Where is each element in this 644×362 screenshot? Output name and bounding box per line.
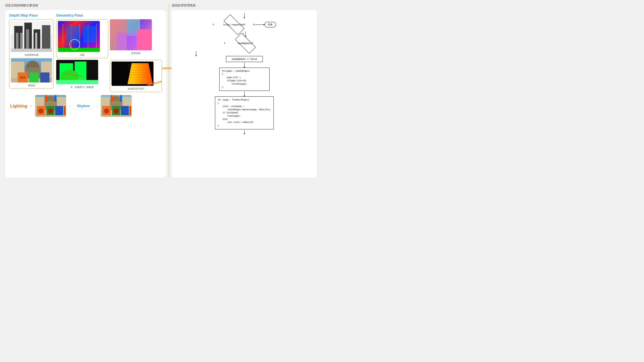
arrow-down4 bbox=[244, 91, 244, 96]
need-update-row: N needUpdate? bbox=[224, 37, 264, 49]
y-arrow-down2 bbox=[196, 51, 196, 55]
panel-divider bbox=[168, 3, 169, 178]
need-update-diamond: needUpdate? bbox=[228, 37, 263, 49]
start-arrow bbox=[244, 13, 244, 17]
metallic-label: R：金属度 G：粗糙度 bbox=[56, 86, 108, 89]
normals-label: 法线 bbox=[58, 53, 106, 56]
skybox-arrow: → bbox=[96, 104, 99, 108]
need-update-false-box: needUpdate = false bbox=[226, 56, 263, 62]
world-label: 世界坐标 bbox=[110, 52, 162, 55]
normals-image bbox=[58, 21, 100, 52]
y-arrow-down1 bbox=[246, 32, 246, 36]
right-panel-title: 虚拟纹理管理线程 bbox=[172, 3, 317, 7]
vt-id-image bbox=[112, 61, 154, 86]
world-coords-image bbox=[110, 19, 152, 50]
depth-label: 光源视角深度 bbox=[11, 53, 52, 56]
stop-diamond: !stop_requested? bbox=[216, 19, 252, 30]
stop-requested-row: N !stop_requested? N 结束 bbox=[213, 19, 276, 30]
vt-label: 虚拟纹理分页ID bbox=[112, 87, 160, 90]
metallic-container: R：金属度 G：粗糙度 bbox=[56, 60, 108, 92]
metallic-image bbox=[56, 60, 98, 84]
n-label-left: N bbox=[213, 23, 214, 26]
n-arrow-line bbox=[255, 24, 264, 25]
return-arrow bbox=[244, 130, 244, 133]
left-panel-title: 渲染主线程每帧主要流程 bbox=[5, 3, 166, 7]
n-label-need: N bbox=[224, 42, 225, 44]
depth-map-title: Depth Map Pass bbox=[9, 13, 54, 17]
n-to-end-row: N 结束 bbox=[253, 22, 276, 27]
to-skybox-arrow: → bbox=[68, 104, 71, 108]
loop2-code-box: for (page : feedbackPages) { [iter, unlo… bbox=[215, 96, 274, 129]
skybox-label: Skybox bbox=[73, 103, 94, 109]
end-label: 结束 bbox=[264, 22, 276, 27]
depth-image bbox=[11, 21, 52, 52]
lighting-label: Lighting bbox=[10, 103, 27, 109]
n-label-right: N bbox=[253, 23, 254, 26]
vt-id-container: 虚拟纹理分页ID 1/8降采样后回读 bbox=[110, 60, 162, 92]
normals-container: 法线 bbox=[56, 19, 108, 58]
world-coords-container: 世界坐标 bbox=[110, 19, 162, 58]
flowchart-container: N !stop_requested? N 结束 Y bbox=[172, 10, 317, 178]
stop-requested-text: !stop_requested? bbox=[223, 23, 246, 26]
arrow-down3 bbox=[244, 63, 244, 67]
skybox-scene-image bbox=[101, 95, 132, 117]
need-update-text: needUpdate? bbox=[238, 42, 253, 45]
loop1-code-box: for(page : loadedPages) { page.life--; i… bbox=[219, 67, 270, 91]
lighting-arrow: → bbox=[29, 104, 33, 108]
lighting-scene-image bbox=[35, 95, 66, 117]
base-color-image bbox=[11, 58, 52, 82]
geometry-pass-title: Geometry Pass bbox=[56, 13, 162, 17]
base-label: 基础色 bbox=[11, 84, 52, 87]
